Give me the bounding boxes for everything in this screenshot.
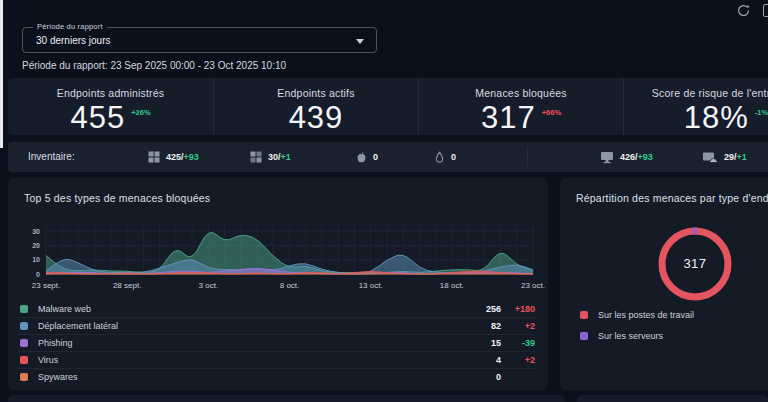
threats-legend: Malware web 256 +180 Déplacement latéral… — [18, 300, 535, 385]
series-swatch — [20, 339, 28, 347]
report-period-text: Période du rapport: 23 Sep 2025 00:00 - … — [22, 60, 286, 71]
apple-icon — [356, 151, 367, 164]
series-swatch — [580, 332, 588, 340]
stat-label: Endpoints actifs — [214, 87, 418, 99]
series-swatch — [20, 322, 28, 330]
series-value: 15 — [461, 338, 501, 348]
series-label: Phishing — [38, 338, 73, 348]
inventory-delta: +1 — [737, 152, 747, 162]
workstation-icon — [600, 151, 614, 164]
inventory-count: 425/ — [166, 152, 184, 162]
series-swatch — [580, 311, 588, 319]
blocked-threats-panel: Top 5 des types de menaces bloquées 0102… — [8, 178, 548, 390]
inventory-count: 30/ — [268, 152, 281, 162]
series-delta: +2 — [501, 355, 535, 365]
stat-card-active-endpoints[interactable]: Endpoints actifs 439 — [213, 78, 418, 135]
svg-text:28 sept.: 28 sept. — [113, 281, 141, 290]
series-label: Spywares — [38, 372, 78, 382]
windows-icon — [148, 151, 160, 163]
inventory-item-linux[interactable]: 0 — [434, 142, 456, 172]
stat-value: 455 — [70, 100, 125, 136]
series-label: Malware web — [38, 304, 91, 314]
legend-row-workstations[interactable]: Sur les postes de travail — [578, 304, 694, 325]
legend-row-malware-web[interactable]: Malware web 256 +180 — [18, 300, 535, 317]
inventory-label: Inventaire: — [28, 142, 75, 172]
series-value: 4 — [461, 355, 501, 365]
svg-text:23 sept.: 23 sept. — [32, 281, 60, 290]
series-label: Sur les postes de travail — [598, 310, 694, 320]
svg-text:8 oct.: 8 oct. — [280, 281, 300, 290]
stat-label: Endpoints administrés — [8, 87, 213, 99]
svg-text:3 oct.: 3 oct. — [199, 281, 219, 290]
stat-card-managed-endpoints[interactable]: Endpoints administrés 455 +26% — [8, 78, 213, 135]
svg-text:20: 20 — [32, 242, 40, 249]
stat-label: Score de risque de l'entreprise — [624, 87, 768, 99]
inventory-item-workstations[interactable]: 426/+93 — [600, 142, 653, 172]
series-swatch — [20, 305, 28, 313]
series-label: Déplacement latéral — [38, 321, 118, 331]
series-label: Virus — [38, 355, 58, 365]
svg-text:0: 0 — [36, 271, 40, 278]
series-value: 82 — [461, 321, 501, 331]
stat-card-blocked-threats[interactable]: Menaces bloquées 317 +66% — [418, 78, 623, 135]
inventory-divider — [527, 147, 528, 167]
svg-text:18 oct.: 18 oct. — [440, 281, 464, 290]
threats-area-chart: 010203023 sept.28 sept.3 oct.8 oct.13 oc… — [18, 218, 546, 298]
stat-delta: +66% — [542, 108, 561, 117]
series-label: Sur les serveurs — [598, 331, 663, 341]
donut-total: 317 — [625, 256, 765, 271]
stat-value: 317 — [481, 100, 536, 136]
next-panel-stub-right — [577, 395, 768, 402]
series-value: 0 — [461, 372, 501, 382]
svg-text:30: 30 — [32, 228, 40, 235]
inventory-item-servers[interactable]: 29/+1 — [702, 142, 747, 172]
report-period-select[interactable]: Période du rapport 30 derniers jours — [22, 27, 377, 53]
legend-row-phishing[interactable]: Phishing 15 -39 — [18, 334, 535, 351]
legend-row-lateral-movement[interactable]: Déplacement latéral 82 +2 — [18, 317, 535, 334]
period-select-value: 30 derniers jours — [36, 28, 110, 53]
topbar-icons — [736, 3, 768, 18]
svg-text:13 oct.: 13 oct. — [359, 281, 383, 290]
legend-row-servers[interactable]: Sur les serveurs — [578, 325, 694, 346]
next-panel-stub-left — [8, 395, 565, 402]
linux-icon — [434, 151, 445, 164]
stat-value: 439 — [289, 100, 344, 136]
series-delta: -39 — [501, 338, 535, 348]
svg-text:10: 10 — [32, 256, 40, 263]
inventory-delta: +1 — [281, 152, 291, 162]
stat-card-risk-score[interactable]: Score de risque de l'entreprise 18% -1% — [623, 78, 768, 135]
chevron-down-icon — [356, 39, 364, 44]
inventory-count: 0 — [373, 152, 378, 162]
stat-value: 18% — [684, 100, 749, 136]
svg-text:23 oct.: 23 oct. — [521, 281, 545, 290]
stats-panel: Endpoints administrés 455 +26% Endpoints… — [8, 78, 768, 135]
stat-delta: -1% — [755, 108, 768, 117]
inventory-count: 29/ — [724, 152, 737, 162]
inventory-delta: +93 — [638, 152, 653, 162]
server-icon — [702, 151, 718, 164]
series-delta: +2 — [501, 321, 535, 331]
series-delta: +180 — [501, 304, 535, 314]
inventory-delta: +93 — [184, 152, 199, 162]
inventory-count: 426/ — [620, 152, 638, 162]
export-icon[interactable] — [763, 4, 768, 17]
inventory-item-windows-servers[interactable]: 30/+1 — [250, 142, 291, 172]
inventory-bar: Inventaire: 425/+93 30/+1 0 0 — [8, 142, 768, 172]
inventory-count: 0 — [451, 152, 456, 162]
inventory-item-mac[interactable]: 0 — [356, 142, 378, 172]
refresh-icon[interactable] — [736, 3, 751, 18]
series-swatch — [20, 356, 28, 364]
left-edge-strip — [0, 0, 3, 148]
series-swatch — [20, 373, 28, 381]
stat-delta: +26% — [131, 108, 150, 117]
legend-row-spywares[interactable]: Spywares 0 — [18, 368, 535, 385]
series-value: 256 — [461, 304, 501, 314]
windows-server-icon — [250, 151, 262, 163]
stat-label: Menaces bloquées — [419, 87, 623, 99]
distribution-legend: Sur les postes de travail Sur les serveu… — [578, 304, 694, 346]
distribution-panel-title: Répartition des menaces par type d'endpo… — [576, 192, 768, 204]
threats-panel-title: Top 5 des types de menaces bloquées — [24, 192, 210, 204]
legend-row-virus[interactable]: Virus 4 +2 — [18, 351, 535, 368]
threat-distribution-panel: Répartition des menaces par type d'endpo… — [560, 178, 768, 390]
inventory-item-windows-desktops[interactable]: 425/+93 — [148, 142, 199, 172]
